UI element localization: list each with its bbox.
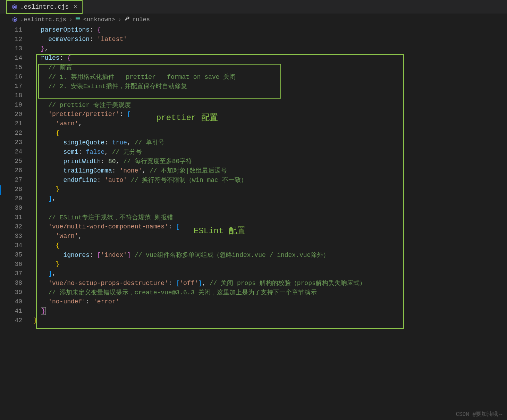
line-number: 37 <box>0 270 33 277</box>
text-cursor <box>56 195 56 202</box>
line-number: 32 <box>0 223 33 230</box>
code-line: singleQuote: true, // 单引号 <box>33 138 507 146</box>
code-line: printWidth: 80, // 每行宽度至多80字符 <box>33 157 507 165</box>
line-number: 11 <box>0 26 33 33</box>
code-line: 'prettier/prettier': [ <box>33 111 507 118</box>
code-line: 'no-undef': 'error' <box>33 298 507 305</box>
line-number: 29 <box>0 195 33 202</box>
line-number: 26 <box>0 167 33 174</box>
code-line: 'vue/multi-word-component-names': [ <box>33 223 507 230</box>
code-line: // 2. 安装Eslint插件，并配置保存时自动修复 <box>33 82 507 90</box>
code-line: ecmaVersion: 'latest' <box>33 36 507 43</box>
wrench-icon <box>124 16 129 23</box>
breadcrumbs[interactable]: .eslintrc.cjs › <unknown> › rules <box>0 14 507 25</box>
line-number: 31 <box>0 214 33 221</box>
code-line: ignores: ['index'] // vue组件名称多单词组成（忽略ind… <box>33 251 507 259</box>
line-number: 28 <box>0 186 33 193</box>
breadcrumb-file: .eslintrc.cjs <box>20 16 66 23</box>
line-number: 41 <box>0 308 33 314</box>
breadcrumb-symbol-2: rules <box>132 16 150 23</box>
svg-rect-4 <box>76 17 76 18</box>
line-number: 35 <box>0 251 33 258</box>
chevron-right-icon: › <box>69 16 73 23</box>
svg-marker-1 <box>14 6 16 8</box>
line-number: 15 <box>0 64 33 71</box>
code-line: ], <box>33 270 507 277</box>
line-number: 22 <box>0 129 33 136</box>
tab-filename: .eslintrc.cjs <box>20 3 69 10</box>
code-line: 'warn', <box>33 233 507 240</box>
line-number: 24 <box>0 148 33 155</box>
code-editor[interactable]: 11 parserOptions: { 12 ecmaVersion: 'lat… <box>0 25 507 420</box>
code-line: semi: false, // 无分号 <box>33 148 507 156</box>
eslint-icon <box>12 17 17 22</box>
line-number: 17 <box>0 83 33 90</box>
text-cursor <box>71 54 71 62</box>
eslint-icon <box>12 4 17 10</box>
line-number: 42 <box>0 317 33 324</box>
line-number: 38 <box>0 279 33 286</box>
line-number: 40 <box>0 298 33 305</box>
tab-bar: .eslintrc.cjs × <box>0 0 507 14</box>
svg-marker-3 <box>14 18 16 21</box>
line-number: 20 <box>0 111 33 118</box>
code-line: { <box>33 129 507 136</box>
code-line: } <box>33 186 507 193</box>
code-line: trailingComma: 'none', // 不加对象|数组最后逗号 <box>33 166 507 175</box>
code-line: } <box>33 317 507 324</box>
line-number: 18 <box>0 92 33 99</box>
code-line: // 添加未定义变量错误提示，create-vue@3.6.3 关闭，这里加上是… <box>33 288 507 296</box>
code-line: endOfLine: 'auto' // 换行符号不限制（win mac 不一致… <box>33 176 507 184</box>
close-icon[interactable]: × <box>74 4 77 10</box>
line-number: 39 <box>0 289 33 296</box>
code-line: // 前置 <box>33 63 507 72</box>
breadcrumb-symbol-1: <unknown> <box>83 16 115 23</box>
line-number: 19 <box>0 101 33 108</box>
code-line: { <box>33 242 507 249</box>
line-number: 27 <box>0 176 33 183</box>
line-number: 33 <box>0 233 33 240</box>
line-number: 21 <box>0 120 33 127</box>
line-number: 14 <box>0 54 33 61</box>
line-number: 36 <box>0 261 33 268</box>
code-line: 'vue/no-setup-props-destructure': ['off'… <box>33 279 507 287</box>
line-number: 34 <box>0 242 33 249</box>
line-number: 13 <box>0 45 33 52</box>
code-line: parserOptions: { <box>33 26 507 33</box>
code-line: // 1. 禁用格式化插件 prettier format on save 关闭 <box>33 73 507 81</box>
code-line: 'warn', <box>33 120 507 127</box>
symbol-icon <box>75 16 81 23</box>
code-line: } <box>33 308 507 314</box>
code-line: // ESLint专注于规范，不符合规范 则报错 <box>33 213 507 221</box>
svg-rect-6 <box>76 19 76 20</box>
line-number: 16 <box>0 73 33 80</box>
code-line: rules: { <box>33 54 507 62</box>
tab-eslintrc[interactable]: .eslintrc.cjs × <box>6 0 83 14</box>
code-line: ], <box>33 195 507 202</box>
chevron-right-icon: › <box>118 16 121 23</box>
code-line: } <box>33 261 507 268</box>
code-line: // prettier 专注于美观度 <box>33 101 507 109</box>
line-number: 12 <box>0 36 33 43</box>
svg-rect-5 <box>76 18 76 19</box>
code-line: }, <box>33 45 507 52</box>
line-number: 25 <box>0 158 33 165</box>
line-number: 23 <box>0 139 33 146</box>
watermark: CSDN @要加油哦～ <box>456 411 504 418</box>
line-number: 30 <box>0 204 33 211</box>
